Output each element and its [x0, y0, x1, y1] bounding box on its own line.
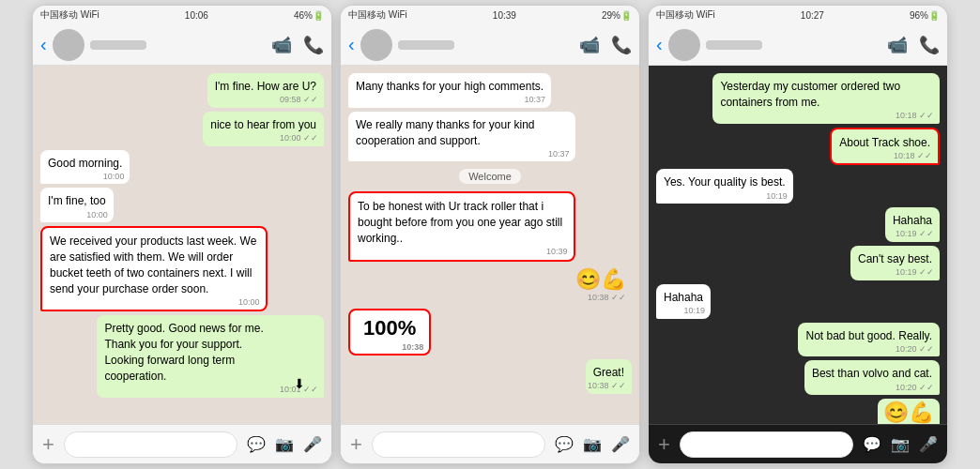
msg-3-6: Hahaha 10:19	[656, 284, 711, 319]
nav-icons-1: 📹 📞	[271, 35, 324, 55]
carrier-2: 中国移动 WiFi	[348, 8, 407, 22]
phone-1: 中国移动 WiFi 10:06 46%🔋 ‹ 📹 📞 I'm fine. How…	[32, 5, 332, 464]
chat-area-2: Many thanks for your high comments. 10:3…	[341, 66, 639, 424]
msg-1-6: Pretty good. Good news for me. Thank you…	[97, 315, 324, 397]
time-3: 10:27	[801, 10, 824, 21]
msg-2-2: We really many thanks for your kind coop…	[348, 112, 575, 162]
avatar-3	[668, 29, 700, 61]
msg-3-3: Yes. Your quality is best. 10:19	[656, 169, 793, 204]
phone-3: 中国移动 WiFi 10:27 96%🔋 ‹ 📹 📞 Yesterday my …	[648, 5, 948, 464]
msg-1-1: I'm fine. How are U? 09:58 ✓✓	[207, 73, 324, 108]
scroll-button-1[interactable]: ⬇	[294, 375, 305, 394]
label-welcome: Welcome	[459, 169, 521, 184]
mic-icon-2[interactable]: 🎤	[611, 435, 630, 453]
phone-icon-1[interactable]: 📞	[303, 35, 324, 55]
msg-1-2: nice to hear from you 10:00 ✓✓	[203, 112, 324, 146]
contact-name-1	[90, 40, 266, 50]
battery-2: 29%🔋	[602, 10, 632, 21]
msg-1-4: I'm fine, too 10:00	[40, 188, 114, 222]
avatar-2	[360, 29, 392, 61]
contact-name-2	[398, 40, 574, 50]
camera-icon-3[interactable]: 📷	[891, 435, 910, 453]
bottom-bar-1: + 💬 📷 🎤	[33, 424, 331, 463]
msg-2-6: Great! 10:38 ✓✓	[586, 359, 632, 394]
status-bar-1: 中国移动 WiFi 10:06 46%🔋	[33, 6, 331, 24]
message-input-2[interactable]	[372, 431, 545, 458]
msg-3-1: Yesterday my customer ordered two contai…	[712, 73, 940, 124]
nav-icons-2: 📹 📞	[579, 35, 632, 55]
bottom-icons-1: 💬 📷 🎤	[247, 435, 322, 453]
video-icon-2[interactable]: 📹	[579, 35, 600, 55]
nav-icons-3: 📹 📞	[887, 35, 940, 55]
msg-3-7: Not bad but good. Really. 10:20 ✓✓	[798, 323, 940, 357]
msg-2-1: Many thanks for your high comments. 10:3…	[348, 73, 551, 108]
avatar-1	[53, 29, 84, 61]
time-1: 10:06	[185, 10, 208, 21]
mic-icon-3[interactable]: 🎤	[919, 435, 938, 453]
message-input-3[interactable]	[680, 431, 853, 458]
chat-area-3: Yesterday my customer ordered two contai…	[649, 66, 947, 424]
plus-button-2[interactable]: +	[350, 432, 362, 457]
phone-icon-3[interactable]: 📞	[919, 35, 940, 55]
video-icon-3[interactable]: 📹	[887, 35, 908, 55]
phone-icon-2[interactable]: 📞	[611, 35, 632, 55]
plus-button-1[interactable]: +	[42, 432, 54, 457]
plus-button-3[interactable]: +	[658, 432, 670, 457]
status-bar-2: 中国移动 WiFi 10:39 29%🔋	[341, 6, 639, 24]
nav-bar-2: ‹ 📹 📞	[341, 24, 639, 66]
bottom-icons-3: 💬 📷 🎤	[863, 435, 938, 453]
bottom-bar-2: + 💬 📷 🎤	[341, 424, 639, 463]
bubble-icon-3[interactable]: 💬	[863, 435, 881, 453]
camera-icon-1[interactable]: 📷	[275, 435, 294, 453]
chat-area-1: I'm fine. How are U? 09:58 ✓✓ nice to he…	[33, 66, 331, 424]
msg-2-3: To be honest with Ur track roller that i…	[348, 191, 575, 261]
nav-bar-1: ‹ 📹 📞	[33, 24, 331, 66]
msg-3-2: About Track shoe. 10:18 ✓✓	[830, 128, 940, 166]
bottom-bar-3: + 💬 📷 🎤	[649, 424, 947, 463]
msg-3-9: 😊💪 10:20 ✓✓	[878, 399, 940, 424]
bottom-icons-2: 💬 📷 🎤	[555, 435, 630, 453]
time-2: 10:39	[493, 10, 516, 21]
msg-3-8: Best than volvo and cat. 10:20 ✓✓	[804, 360, 940, 395]
msg-1-5: We received your products last week. We …	[40, 226, 268, 311]
nav-bar-3: ‹ 📹 📞	[649, 24, 947, 66]
carrier-1: 中国移动 WiFi	[40, 8, 100, 22]
battery-1: 46%🔋	[294, 10, 324, 21]
bubble-icon-2[interactable]: 💬	[555, 435, 574, 453]
msg-3-4: Hahaha 10:19 ✓✓	[885, 207, 940, 242]
mic-icon-1[interactable]: 🎤	[303, 435, 322, 453]
contact-name-3	[706, 40, 881, 50]
back-button-2[interactable]: ‹	[348, 34, 355, 55]
back-button-3[interactable]: ‹	[656, 34, 663, 55]
msg-3-5: Can't say best. 10:19 ✓✓	[850, 246, 940, 280]
msg-2-4: 😊💪 10:38 ✓✓	[570, 265, 632, 305]
bubble-icon-1[interactable]: 💬	[247, 435, 266, 453]
status-bar-3: 中国移动 WiFi 10:27 96%🔋	[649, 6, 947, 24]
msg-2-5: 100% 10:38	[348, 309, 431, 356]
carrier-3: 中国移动 WiFi	[656, 8, 715, 22]
msg-1-3: Good morning. 10:00	[40, 150, 130, 185]
message-input-1[interactable]	[64, 431, 237, 458]
phone-2: 中国移动 WiFi 10:39 29%🔋 ‹ 📹 📞 Many thanks f…	[340, 5, 640, 464]
battery-3: 96%🔋	[910, 10, 940, 21]
camera-icon-2[interactable]: 📷	[583, 435, 602, 453]
back-button-1[interactable]: ‹	[40, 34, 47, 55]
video-icon-1[interactable]: 📹	[271, 35, 292, 55]
